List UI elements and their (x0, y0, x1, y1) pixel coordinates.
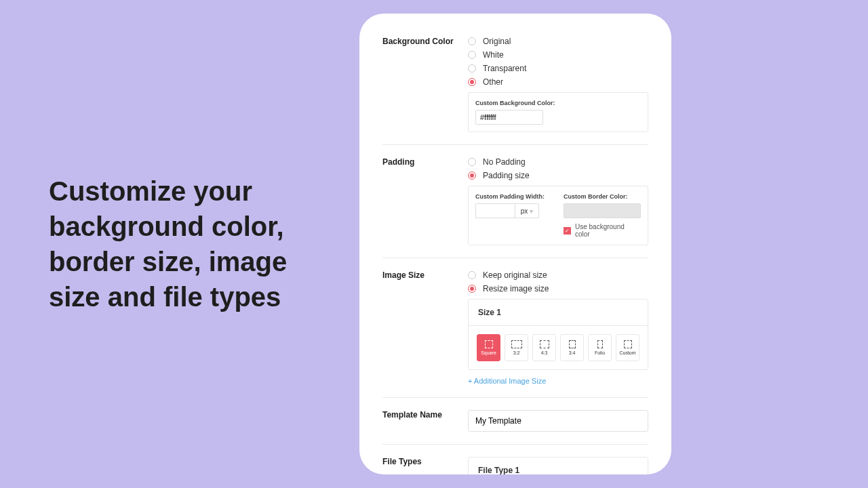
add-image-size-link[interactable]: + Additional Image Size (468, 377, 648, 385)
unit-label: px (521, 207, 528, 215)
border-color-label: Custom Border Color: (564, 193, 641, 200)
bg-radio-other[interactable]: Other (468, 77, 648, 87)
radio-label: Resize image size (483, 284, 549, 293)
filetype-panel: File Type 1 Keep Original ⌄ (468, 457, 648, 474)
size-tile-square[interactable]: Square (477, 334, 500, 361)
bg-custom-input[interactable] (475, 110, 543, 125)
aspect-3-4-icon (569, 340, 576, 348)
size-tile-4-3[interactable]: 4:3 (532, 334, 556, 361)
use-bg-color-label: Use background color (575, 223, 641, 238)
bg-custom-label: Custom Background Color: (475, 100, 641, 106)
tile-label: Square (481, 350, 496, 355)
section-image-size: Image Size Keep original size Resize ima… (382, 270, 648, 398)
filetype-header: File Type 1 (469, 458, 648, 474)
radio-icon (468, 285, 476, 293)
aspect-folio-icon (597, 340, 603, 348)
radio-label: White (483, 50, 504, 60)
bg-radio-original[interactable]: Original (468, 37, 648, 46)
padding-radio-none[interactable]: No Padding (468, 157, 648, 167)
size-radio-resize[interactable]: Resize image size (468, 284, 648, 293)
section-template-name: Template Name (382, 410, 648, 445)
padding-width-unit[interactable]: px ▾ (515, 203, 539, 218)
radio-label: Padding size (483, 171, 530, 180)
size-tile-folio[interactable]: Folio (588, 334, 612, 361)
radio-icon (468, 271, 476, 279)
tile-label: 3:2 (513, 350, 520, 355)
radio-label: Keep original size (483, 270, 547, 280)
promo-heading: Customize your background color, border … (49, 174, 339, 314)
radio-icon (468, 78, 476, 86)
section-padding: Padding No Padding Padding size Custom P… (382, 157, 648, 258)
size-panel: Size 1 Square 3:2 4:3 (468, 299, 648, 370)
radio-label: Other (483, 77, 503, 87)
radio-label: Transparent (483, 64, 526, 73)
aspect-custom-icon (624, 340, 632, 348)
tile-label: 3:4 (569, 350, 576, 355)
aspect-3-2-icon (511, 340, 522, 348)
radio-label: No Padding (483, 157, 526, 167)
section-background-color: Background Color Original White Transpar… (382, 37, 648, 145)
template-name-label: Template Name (382, 410, 468, 432)
padding-width-number[interactable] (475, 203, 515, 218)
radio-label: Original (483, 37, 511, 46)
use-bg-color-row[interactable]: ✓ Use background color (564, 223, 641, 238)
size-radio-keep[interactable]: Keep original size (468, 270, 648, 280)
size-tile-3-2[interactable]: 3:2 (505, 334, 528, 361)
aspect-square-icon (485, 340, 493, 348)
radio-icon (468, 51, 476, 59)
radio-icon (468, 158, 476, 166)
bg-custom-box: Custom Background Color: (468, 92, 648, 132)
tile-label: Folio (595, 350, 605, 355)
bg-label: Background Color (382, 37, 468, 132)
padding-width-label: Custom Padding Width: (475, 193, 553, 200)
file-types-label: File Types (382, 457, 468, 474)
padding-custom-box: Custom Padding Width: px ▾ Custom Border… (468, 186, 648, 245)
aspect-4-3-icon (540, 340, 549, 348)
padding-width-input: px ▾ (475, 203, 553, 218)
settings-panel: Background Color Original White Transpar… (359, 14, 671, 474)
image-size-label: Image Size (382, 270, 468, 385)
size-tile-custom[interactable]: Custom (616, 334, 639, 361)
padding-label: Padding (382, 157, 468, 245)
padding-radio-size[interactable]: Padding size (468, 171, 648, 180)
radio-icon (468, 37, 476, 45)
radio-icon (468, 64, 476, 73)
bg-radio-white[interactable]: White (468, 50, 648, 60)
tile-label: 4:3 (541, 350, 548, 355)
radio-icon (468, 171, 476, 180)
template-name-input[interactable] (468, 410, 648, 432)
size-header: Size 1 (469, 300, 648, 326)
size-tile-3-4[interactable]: 3:4 (560, 334, 584, 361)
border-color-swatch (564, 203, 641, 218)
chevron-down-icon: ▾ (530, 207, 533, 215)
bg-radio-transparent[interactable]: Transparent (468, 64, 648, 73)
tile-label: Custom (619, 350, 635, 355)
section-file-types: File Types File Type 1 Keep Original ⌄ (382, 457, 648, 474)
checkbox-icon: ✓ (564, 227, 571, 235)
